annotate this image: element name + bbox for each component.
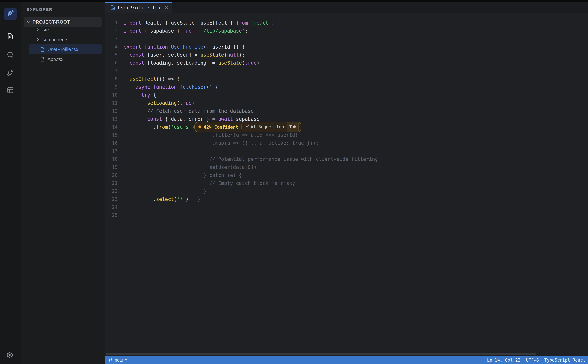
encoding-indicator[interactable]: UTF-8	[526, 358, 539, 363]
language-mode[interactable]: TypeScript React	[544, 358, 585, 363]
code-line[interactable]: 18 // Potential performance issue with c…	[105, 155, 588, 163]
code-text: try {	[124, 91, 156, 99]
line-number: 10	[105, 91, 118, 99]
tab-title: UserProfile.tsx	[118, 5, 161, 10]
line-number: 17	[105, 147, 118, 155]
code-line[interactable]: 12 // Fetch user data from the database	[105, 107, 588, 115]
code-line[interactable]: 21 // Empty catch block is risky	[105, 179, 588, 187]
line-number: 24	[105, 203, 118, 211]
code-text: .map(u => ({ ...u, active: true }));	[124, 139, 319, 147]
git-branch-icon[interactable]	[7, 69, 14, 77]
tab-key-hint: Tab	[287, 122, 299, 132]
tab-bar: UserProfile.tsx ✕	[105, 2, 588, 13]
code-text: import { supabase } from './lib/supabase…	[124, 27, 248, 35]
code-line[interactable]: 3	[105, 35, 588, 43]
code-text: // Empty catch block is risky	[124, 179, 295, 187]
tree-item-components[interactable]: components	[24, 35, 102, 45]
app-logo-button[interactable]	[4, 7, 17, 20]
code-line[interactable]: 16 .map(u => ({ ...u, active: true }));	[105, 139, 588, 147]
code-text: // Fetch user data from the database	[124, 107, 254, 115]
code-line[interactable]: 20 } catch (e) {	[105, 171, 588, 179]
tree-item-label: UserProfile.tsx	[47, 47, 79, 52]
tree-item-src[interactable]: src	[24, 25, 102, 35]
line-number: 14	[105, 123, 118, 131]
code-line[interactable]: 8 useEffect(() => {	[105, 75, 588, 83]
line-number: 5	[105, 51, 118, 59]
code-line[interactable]: 7	[105, 67, 588, 75]
line-number: 3	[105, 35, 118, 43]
horizontal-scrollbar-thumb[interactable]	[106, 353, 536, 355]
layout-panels-icon[interactable]	[7, 86, 14, 94]
code-text: .filter(u => u.id === userId)	[124, 131, 298, 139]
line-number: 21	[105, 179, 118, 187]
confidence-label: 42% Confident	[204, 123, 238, 131]
editor-column: UserProfile.tsx ✕ 1import React, { useSt…	[105, 2, 588, 364]
explorer-sidebar: EXPLORER PROJECT-ROOT src components	[21, 2, 105, 364]
line-number: 1	[105, 19, 118, 27]
status-branch[interactable]: main*	[105, 358, 127, 363]
status-bar: main* Ln 14, Col 22 UTF-8 TypeScript Rea…	[105, 356, 588, 364]
status-right-group: Ln 14, Col 22 UTF-8 TypeScript React	[487, 358, 588, 363]
files-icon[interactable]	[7, 32, 14, 40]
ai-sparkle-icon	[245, 125, 249, 129]
search-icon[interactable]	[7, 51, 14, 58]
sparkle-logo-icon	[6, 9, 14, 19]
file-code-icon	[40, 57, 45, 62]
explorer-header: EXPLORER	[27, 7, 53, 12]
code-text: setLoading(true);	[124, 99, 198, 107]
code-line[interactable]: 9 async function fetchUser() {	[105, 83, 588, 91]
chevron-right-icon	[36, 38, 40, 42]
app-window: EXPLORER PROJECT-ROOT src components	[0, 0, 588, 364]
chevron-down-icon	[26, 20, 30, 24]
tree-item-label: PROJECT-ROOT	[33, 19, 70, 25]
code-line[interactable]: 4export function UserProfile({ userId })…	[105, 43, 588, 51]
tree-item-app[interactable]: App.tsx	[29, 54, 102, 64]
line-number: 8	[105, 75, 118, 83]
code-line[interactable]: 5 const [user, setUser] = useState(null)…	[105, 51, 588, 59]
code-line[interactable]: 14 .from('users')	[105, 123, 588, 131]
cursor-position[interactable]: Ln 14, Col 22	[487, 358, 521, 363]
code-lines: 1import React, { useState, useEffect } f…	[105, 13, 588, 219]
tab-userprofile[interactable]: UserProfile.tsx ✕	[105, 2, 172, 13]
code-line[interactable]: 6 const [loading, setLoading] = useState…	[105, 59, 588, 67]
code-line[interactable]: 17	[105, 147, 588, 155]
line-number: 22	[105, 187, 118, 195]
line-number: 7	[105, 67, 118, 75]
active-tab-accent	[105, 2, 172, 3]
code-line[interactable]: 15 .filter(u => u.id === userId)	[105, 131, 588, 139]
code-line[interactable]: 24	[105, 203, 588, 211]
line-number: 12	[105, 107, 118, 115]
code-line[interactable]: 23 .select('*') }	[105, 195, 588, 203]
code-text: const [loading, setLoading] = useState(t…	[124, 59, 263, 67]
line-number: 15	[105, 131, 118, 139]
code-text: async function fetchUser() {	[124, 83, 218, 91]
ai-suggestion-label: AI Suggestion	[251, 123, 284, 131]
code-line[interactable]: 11 setLoading(true);	[105, 99, 588, 107]
code-text: // Potential performance issue with clie…	[124, 155, 378, 163]
code-line[interactable]: 1import React, { useState, useEffect } f…	[105, 19, 588, 27]
file-code-icon	[110, 5, 116, 10]
settings-gear-icon[interactable]	[7, 351, 14, 359]
tree-item-label: src	[42, 27, 49, 32]
file-code-icon	[40, 47, 45, 52]
code-line[interactable]: 2import { supabase } from './lib/supabas…	[105, 27, 588, 35]
ai-suggestion-tooltip: 42% Confident AI Suggestion Tab	[194, 122, 301, 132]
line-number: 19	[105, 163, 118, 171]
window-top-strip	[0, 0, 588, 2]
code-line[interactable]: 25	[105, 211, 588, 219]
line-number: 6	[105, 59, 118, 67]
code-text: export function UserProfile({ userId }) …	[124, 43, 245, 51]
code-text: }	[124, 187, 206, 195]
code-line[interactable]: 22 }	[105, 187, 588, 195]
code-line[interactable]: 10 try {	[105, 91, 588, 99]
code-line[interactable]: 13 const { data, error } = await supabas…	[105, 115, 588, 123]
code-line[interactable]: 19 setUser(data[0]);	[105, 163, 588, 171]
confidence-dot-icon	[198, 125, 201, 128]
line-number: 9	[105, 83, 118, 91]
code-text: } catch (e) {	[124, 171, 242, 179]
tree-item-userprofile-selected[interactable]: UserProfile.tsx	[29, 45, 102, 54]
code-text: .select('*') }	[124, 195, 200, 203]
code-area: 1import React, { useState, useEffect } f…	[105, 13, 588, 354]
branch-label: main*	[114, 358, 127, 363]
close-icon[interactable]: ✕	[164, 5, 168, 10]
